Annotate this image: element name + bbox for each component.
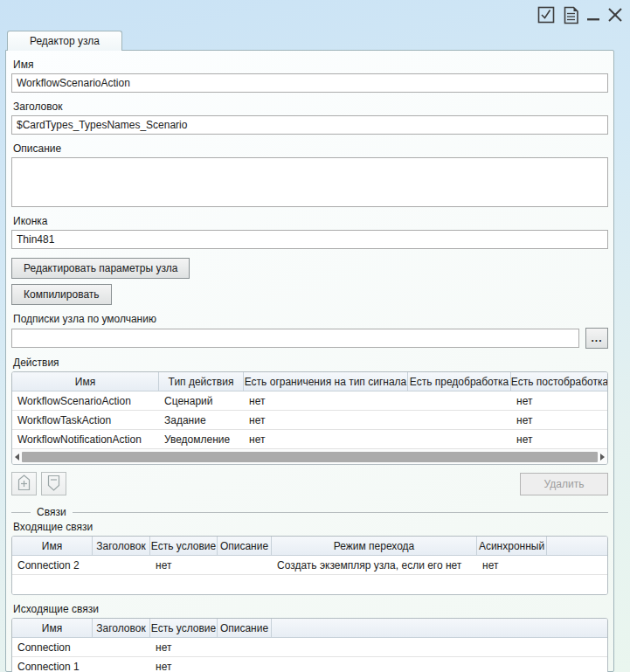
column-header[interactable]: Тип действия [159,372,244,391]
column-header-filler [272,619,607,637]
table-cell: нет [511,430,608,448]
default-subscriptions-input[interactable] [11,329,579,348]
table-cell: WorkflowTaskAction [12,411,159,429]
table-cell: WorkflowNotificationAction [12,430,159,448]
description-input[interactable] [11,157,608,207]
table-cell: нет [244,430,408,448]
table-cell [218,657,272,672]
table-cell: нет [244,391,408,410]
name-input[interactable] [11,73,608,93]
column-header[interactable]: Режим перехода [272,537,477,555]
table-cell: нет [511,391,608,410]
table-cell [93,556,150,574]
table-cell [408,430,511,448]
column-header-filler [547,537,607,555]
remove-action-button[interactable] [41,472,66,495]
column-header[interactable]: Заголовок [93,619,150,637]
table-cell: нет [477,556,547,574]
node-editor-panel: Имя Заголовок Описание Иконка Редактиров… [5,50,614,672]
horizontal-scrollbar [12,449,607,464]
column-header[interactable]: Есть постобработка [511,372,608,391]
column-header[interactable]: Есть условие [150,537,218,555]
empty-table-space [12,575,607,594]
table-row[interactable]: Connection 1нет [12,657,607,672]
icon-input[interactable] [11,230,608,249]
column-header[interactable]: Описание [218,619,272,637]
table-row[interactable]: WorkflowTaskActionЗаданиенетнет [12,411,607,430]
incoming-links-table: ИмяЗаголовокЕсть условиеОписаниеРежим пе… [11,536,608,595]
caption-label: Заголовок [13,100,608,113]
column-header[interactable]: Описание [218,537,272,555]
column-header[interactable]: Есть ограничения на тип сигнала [244,372,408,391]
table-cell: нет [244,411,408,429]
column-header[interactable]: Имя [12,619,93,637]
tab-label: Редактор узла [30,35,100,47]
titlebar-icons [537,3,623,26]
links-group-label: Связи [31,506,73,518]
pentagon-down-minus-icon [46,475,61,494]
icon-label: Иконка [13,215,608,227]
description-label: Описание [13,142,608,155]
minimize-icon[interactable] [587,6,599,24]
column-header[interactable]: Имя [12,372,159,391]
actions-buttons-row: Удалить [11,472,608,495]
delete-button[interactable]: Удалить [520,473,608,495]
tab-node-editor[interactable]: Редактор узла [7,31,122,51]
table-cell: Connection 2 [12,556,93,574]
column-header[interactable]: Есть предобработка [408,372,511,391]
browse-button[interactable]: ... [585,328,608,349]
caption-input[interactable] [11,115,608,135]
table-header-row: ИмяЗаголовокЕсть условиеОписаниеРежим пе… [12,537,607,556]
incoming-links-label: Входящие связи [13,521,608,533]
name-label: Имя [13,59,608,71]
compile-button[interactable]: Компилировать [11,284,112,305]
column-header[interactable]: Имя [12,537,93,555]
table-cell: нет [150,657,218,672]
scroll-thumb[interactable] [22,452,598,462]
default-subscriptions-label: Подписки узла по умолчанию [13,313,608,325]
table-row[interactable]: Connection 2нетСоздать экземпляр узла, е… [12,556,607,575]
actions-table: ИмяТип действияЕсть ограничения на тип с… [11,371,608,465]
table-cell: нет [511,411,608,429]
table-cell: Задание [159,411,244,429]
table-cell [93,657,150,672]
default-subscriptions-row: ... [11,328,608,349]
table-row[interactable]: WorkflowNotificationActionУведомлениенет… [12,430,607,449]
document-icon[interactable] [563,6,579,24]
pentagon-up-plus-icon [17,475,31,494]
table-cell [218,638,272,656]
close-icon[interactable] [607,7,623,23]
table-cell: Connection 1 [12,657,93,672]
table-row[interactable]: Connectionнет [12,638,607,657]
table-row[interactable]: WorkflowScenarioActionСценарийнетнет [12,391,607,411]
outgoing-links-table: ИмяЗаголовокЕсть условиеОписаниеConnecti… [11,618,608,672]
table-cell: нет [150,638,218,656]
table-cell [408,391,511,410]
table-cell [93,638,150,656]
table-cell: Уведомление [159,430,244,448]
table-cell: WorkflowScenarioAction [12,391,159,410]
links-groupbox-header: Связи [11,506,608,518]
table-cell: Создать экземпляр узла, если его нет [272,556,477,574]
edit-node-params-button[interactable]: Редактировать параметры узла [11,258,190,279]
table-cell: Сценарий [159,391,244,410]
actions-label: Действия [13,357,608,369]
column-header[interactable]: Есть условие [150,619,218,637]
table-cell [408,411,511,429]
table-cell: Connection [12,638,93,656]
table-header-row: ИмяТип действияЕсть ограничения на тип с… [12,372,607,391]
divider-line [73,512,608,513]
table-header-row: ИмяЗаголовокЕсть условиеОписание [12,619,607,638]
scroll-left-arrow[interactable] [15,454,19,461]
scroll-right-arrow[interactable] [600,454,605,461]
outgoing-links-label: Исходящие связи [13,603,608,615]
check-square-icon[interactable] [537,6,555,24]
add-action-button[interactable] [11,472,37,495]
table-cell: нет [150,556,218,574]
column-header[interactable]: Заголовок [93,537,150,555]
column-header[interactable]: Асинхронный [477,537,547,555]
table-cell [218,556,272,574]
divider-line [11,512,31,513]
